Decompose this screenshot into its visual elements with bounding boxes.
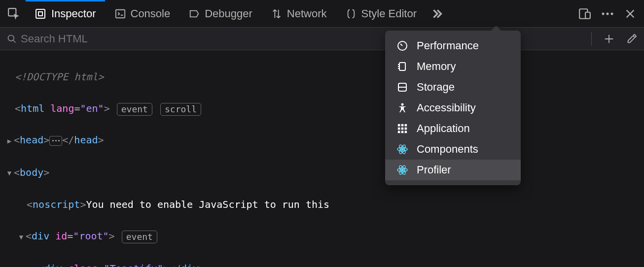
- markup-search-bar: [0, 28, 644, 50]
- svg-rect-17: [398, 128, 400, 130]
- expand-twisty[interactable]: ▶: [5, 133, 14, 149]
- tab-label: Style Editor: [361, 7, 417, 20]
- menu-item-components[interactable]: Components: [385, 139, 521, 160]
- svg-rect-19: [405, 128, 407, 130]
- svg-point-23: [401, 148, 403, 150]
- svg-point-6: [602, 12, 605, 15]
- badge-event[interactable]: event: [117, 103, 152, 116]
- svg-rect-16: [405, 124, 407, 127]
- tab-label: Inspector: [51, 7, 96, 20]
- tab-label: Network: [287, 7, 327, 20]
- svg-rect-21: [401, 131, 404, 134]
- tab-label: Console: [131, 7, 171, 20]
- svg-rect-20: [398, 131, 400, 134]
- menu-item-accessibility[interactable]: Accessibility: [385, 98, 521, 118]
- badge-scroll[interactable]: scroll: [160, 103, 201, 116]
- svg-rect-5: [585, 12, 590, 18]
- noscript-node[interactable]: <noscript>You need to enable JavaScript …: [15, 197, 644, 212]
- separator: [591, 32, 592, 46]
- menu-item-label: Memory: [417, 60, 456, 73]
- markup-view[interactable]: <!DOCTYPE html> <html lang="en"> event s…: [0, 50, 644, 267]
- html-node[interactable]: <html lang="en"> event scroll: [15, 100, 644, 116]
- menu-item-memory[interactable]: Memory: [385, 56, 521, 77]
- tab-inspector[interactable]: Inspector: [26, 0, 105, 28]
- svg-rect-3: [115, 9, 124, 18]
- devtools-toolbar: Inspector Console Debugger Network Style…: [0, 0, 644, 28]
- grid-icon: [396, 122, 409, 135]
- doctype-node[interactable]: <!DOCTYPE html>: [15, 71, 104, 83]
- div-toastify-node[interactable]: <div class="Toastify"></div>: [15, 261, 644, 267]
- tab-label: Debugger: [205, 7, 252, 20]
- menu-item-label: Performance: [417, 39, 479, 52]
- svg-point-7: [607, 12, 609, 15]
- tab-debugger[interactable]: Debugger: [180, 0, 261, 28]
- svg-point-8: [611, 12, 613, 15]
- div-root-node[interactable]: ▼<div id="root"> event: [15, 228, 644, 245]
- tab-network[interactable]: Network: [262, 0, 336, 28]
- react-icon: [396, 143, 409, 156]
- svg-rect-14: [398, 124, 400, 127]
- pick-element-button[interactable]: [3, 3, 25, 25]
- menu-item-label: Application: [417, 122, 470, 135]
- eyedropper-button[interactable]: [626, 33, 637, 44]
- body-node[interactable]: ▼<body>: [15, 165, 644, 181]
- menu-item-label: Storage: [417, 81, 455, 94]
- svg-rect-22: [405, 131, 407, 134]
- head-node[interactable]: ▶<head></head>: [15, 132, 644, 149]
- badge-event[interactable]: event: [122, 231, 157, 243]
- collapse-twisty[interactable]: ▼: [5, 165, 14, 181]
- gauge-icon: [396, 39, 409, 52]
- tabs-overflow-button[interactable]: [427, 3, 448, 25]
- svg-point-13: [401, 103, 404, 106]
- collapsed-ellipsis[interactable]: [49, 136, 62, 146]
- menu-item-storage[interactable]: Storage: [385, 77, 521, 98]
- menu-item-application[interactable]: Application: [385, 118, 521, 139]
- storage-icon: [396, 81, 409, 94]
- menu-item-label: Components: [417, 143, 478, 156]
- tab-style-editor[interactable]: Style Editor: [337, 0, 426, 28]
- menu-item-performance[interactable]: Performance: [385, 35, 521, 56]
- menu-item-label: Profiler: [417, 164, 451, 176]
- svg-rect-11: [399, 63, 405, 70]
- collapse-twisty[interactable]: ▼: [17, 229, 26, 245]
- react-icon: [396, 164, 409, 176]
- menu-item-profiler[interactable]: Profiler: [385, 160, 521, 180]
- svg-rect-2: [38, 12, 42, 16]
- search-icon: [7, 34, 17, 44]
- close-devtools-button[interactable]: [619, 3, 641, 25]
- tabs-overflow-menu: Performance Memory Storage Accessibility…: [385, 31, 521, 185]
- accessibility-icon: [396, 101, 409, 114]
- svg-point-27: [401, 169, 403, 171]
- meatball-menu-button[interactable]: [597, 3, 618, 25]
- svg-rect-1: [36, 9, 45, 18]
- svg-rect-18: [401, 128, 404, 130]
- responsive-mode-button[interactable]: [574, 3, 596, 25]
- memory-icon: [396, 60, 409, 73]
- tab-console[interactable]: Console: [106, 0, 179, 28]
- svg-point-9: [8, 35, 14, 41]
- svg-rect-15: [401, 124, 404, 127]
- add-element-button[interactable]: [604, 33, 614, 44]
- menu-item-label: Accessibility: [417, 101, 476, 114]
